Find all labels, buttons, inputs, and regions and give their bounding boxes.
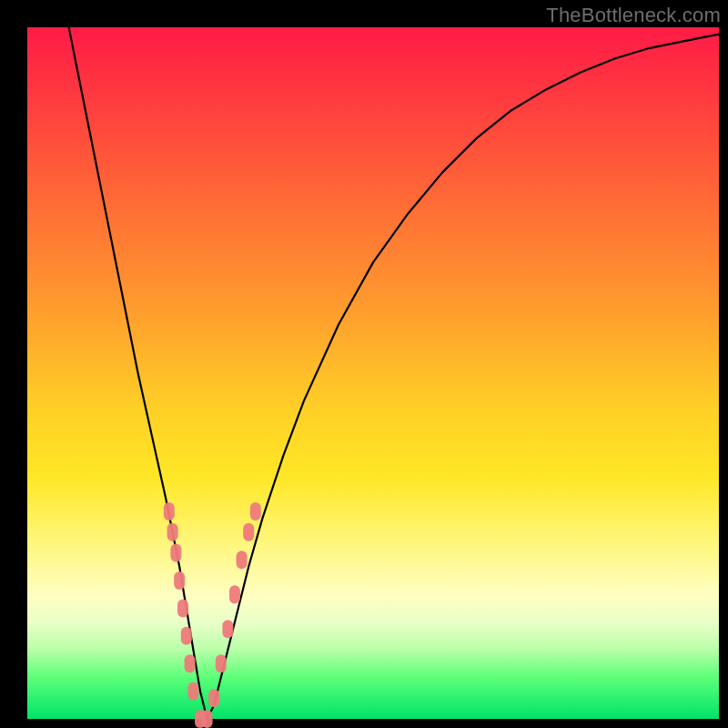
svg-rect-6: [185, 654, 196, 672]
svg-rect-10: [208, 689, 219, 707]
marker-points: [164, 502, 261, 728]
svg-rect-15: [243, 523, 254, 541]
watermark-text: TheBottleneck.com: [546, 4, 721, 27]
svg-rect-0: [164, 502, 175, 521]
svg-rect-4: [177, 599, 188, 617]
plot-area: [27, 27, 719, 719]
svg-rect-1: [167, 523, 178, 541]
chart-frame: TheBottleneck.com: [0, 0, 728, 728]
svg-rect-9: [202, 710, 213, 728]
svg-rect-7: [187, 682, 198, 701]
svg-rect-5: [181, 627, 192, 645]
svg-rect-14: [237, 551, 248, 569]
curve-line: [69, 27, 719, 719]
curve-svg: [27, 27, 719, 719]
svg-rect-16: [250, 502, 261, 521]
svg-rect-13: [229, 585, 240, 603]
svg-rect-3: [174, 571, 185, 590]
svg-rect-11: [216, 654, 227, 672]
svg-rect-12: [222, 620, 233, 638]
svg-rect-2: [170, 544, 181, 562]
